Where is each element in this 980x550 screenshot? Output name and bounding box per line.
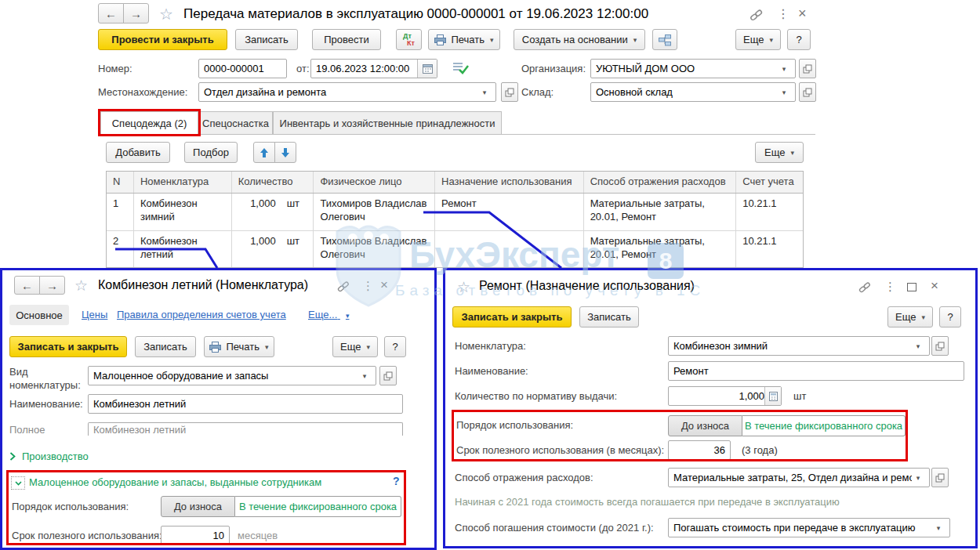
usage-option-fixed-button[interactable]: В течение фиксированного срока (235, 496, 401, 517)
kind-caret-icon[interactable]: ▾ (358, 372, 371, 380)
save-and-close-label: Записать и закрыть (18, 341, 119, 353)
repayment-method-value: Погашать стоимость при передаче в эксплу… (673, 522, 932, 534)
more-button[interactable]: Еще ▾ (887, 306, 933, 327)
nomenclature-caret-icon[interactable]: ▾ (912, 342, 924, 350)
help-label: ? (947, 311, 953, 323)
save-label: Записать (143, 341, 187, 353)
useful-life-label: Срок полезного использования (в месяцах)… (456, 444, 664, 456)
more-menu-dots-icon[interactable]: ⋮ (362, 280, 374, 291)
expense-method-combo[interactable]: Материальные затраты, 25, Отдел дизайна … (668, 468, 930, 487)
more-label: Еще (340, 341, 361, 353)
section-collapse-toggle[interactable] (11, 476, 25, 490)
usage-purpose-window: ☆ Ремонт (Назначение использования) ⋮ × … (443, 268, 978, 548)
chevron-right-icon (9, 452, 16, 461)
print-button[interactable]: Печать ▾ (204, 336, 274, 357)
expense-method-value: Материальные затраты, 25, Отдел дизайна … (673, 472, 912, 483)
close-icon[interactable]: × (380, 278, 388, 291)
usage-option-wear-label: До износа (174, 501, 222, 512)
useful-life-value: 36 (673, 444, 725, 456)
print-caret-icon: ▾ (265, 343, 269, 351)
more-button[interactable]: Еще ▾ (332, 336, 378, 357)
save-and-close-button[interactable]: Записать и закрыть (9, 336, 127, 357)
nav-link-account-rules[interactable]: Правила определения счетов учета (117, 309, 286, 320)
favorite-star-icon[interactable]: ☆ (74, 277, 88, 295)
usage-option-fixed-label: В течение фиксированного срока (745, 420, 902, 432)
maximize-icon[interactable] (907, 283, 916, 291)
useful-life-label: Срок полезного использования: (12, 530, 162, 541)
qty-norm-unit: шт (793, 390, 806, 402)
save-label: Записать (587, 311, 631, 323)
useful-life-unit: месяцев (238, 530, 278, 541)
close-icon[interactable]: × (931, 279, 938, 292)
full-name-label: Полное (9, 424, 45, 436)
back-button[interactable]: ← (14, 276, 40, 295)
usage-option-wear-button[interactable]: До износа (161, 496, 235, 517)
screenshot-root: { "watermark": { "brand": "БухЭксперт", … (0, 0, 980, 550)
save-button[interactable]: Записать (135, 336, 196, 357)
usage-option-fixed-label: В течение фиксированного срока (239, 501, 397, 512)
calculator-button[interactable] (764, 387, 781, 405)
useful-life-input[interactable]: 10 (161, 526, 230, 545)
name-value: Комбинезон летний (93, 398, 397, 410)
qty-norm-input[interactable]: 1,000 (668, 386, 782, 406)
nav-link-more-label: Еще... (308, 309, 337, 320)
usage-order-label: Порядок использования: (456, 419, 573, 431)
usage-option-wear-label: До износа (681, 420, 729, 432)
help-button[interactable]: ? (384, 336, 406, 357)
qty-norm-label: Количество по нормативу выдачи: (455, 390, 617, 402)
printer-icon (209, 342, 221, 353)
name-input[interactable]: Ремонт (668, 361, 964, 381)
nav-link-more[interactable]: Еще... ▾ (308, 309, 349, 320)
repayment-method-label: Способ погашения стоимости (до 2021 г.): (455, 522, 654, 534)
nomenclature-label: Номенклатура: (455, 340, 526, 352)
copy-link-icon[interactable] (858, 281, 872, 295)
more-caret-icon: ▾ (921, 313, 925, 321)
qty-norm-value: 1,000 (673, 390, 764, 402)
more-label: Еще (895, 311, 916, 323)
full-name-value: Комбинезон летний (93, 424, 397, 436)
save-and-close-button[interactable]: Записать и закрыть (452, 306, 572, 327)
nomenclature-open-button[interactable] (931, 336, 949, 356)
full-name-input[interactable]: Комбинезон летний (88, 422, 403, 436)
expense-open-button[interactable] (931, 468, 949, 487)
repayment-method-combo[interactable]: Погашать стоимость при передаче в эксплу… (668, 518, 950, 537)
usage-option-wear-button[interactable]: До износа (668, 415, 742, 436)
useful-life-hint: (3 года) (742, 444, 778, 456)
nomenclature-value: Комбинезон зимний (673, 340, 912, 352)
nav-link-prices[interactable]: Цены (82, 309, 107, 320)
help-button[interactable]: ? (939, 306, 961, 327)
expense-method-label: Способ отражения расходов: (455, 472, 593, 483)
section-help-icon[interactable]: ? (393, 475, 400, 487)
name-label: Наименование: (9, 398, 83, 410)
kind-label: Вид номенклатуры: (9, 366, 84, 393)
copy-link-icon[interactable] (337, 280, 350, 294)
section-title: Малоценное оборудование и запасы, выданн… (29, 476, 321, 488)
save-button[interactable]: Записать (579, 306, 639, 327)
production-group-label: Производство (22, 450, 89, 462)
nav-tab-main[interactable]: Основное (9, 305, 69, 325)
production-group-toggle[interactable]: Производство (9, 450, 89, 462)
window-title: Ремонт (Назначение использования) (479, 279, 695, 293)
writeoff-note: Начиная с 2021 года стоимость всегда пог… (455, 496, 840, 508)
window-title: Комбинезон летний (Номенклатура) (98, 278, 308, 292)
name-input[interactable]: Комбинезон летний (88, 394, 403, 414)
favorite-star-icon[interactable]: ☆ (457, 278, 470, 296)
useful-life-value: 10 (166, 530, 224, 541)
more-menu-dots-icon[interactable]: ⋮ (884, 280, 896, 292)
useful-life-input[interactable]: 36 (668, 440, 731, 460)
usage-order-label: Порядок использования: (12, 501, 129, 512)
kind-open-button[interactable] (379, 366, 397, 385)
more-caret-icon: ▾ (366, 343, 370, 351)
expense-caret-icon[interactable]: ▾ (912, 474, 924, 482)
print-label: Печать (226, 341, 260, 353)
save-and-close-label: Записать и закрыть (462, 311, 563, 323)
nomenclature-combo[interactable]: Комбинезон зимний ▾ (668, 336, 930, 356)
usage-option-fixed-button[interactable]: В течение фиксированного срока (742, 415, 906, 436)
name-label: Наименование: (455, 365, 528, 377)
repayment-caret-icon[interactable]: ▾ (932, 524, 945, 532)
kind-combo[interactable]: Малоценное оборудование и запасы ▾ (88, 366, 376, 385)
forward-button[interactable]: → (39, 276, 65, 295)
nav-more-caret-icon: ▾ (346, 312, 350, 320)
item-card-window: ← → ☆ Комбинезон летний (Номенклатура) ⋮… (0, 268, 437, 550)
name-value: Ремонт (673, 365, 959, 377)
